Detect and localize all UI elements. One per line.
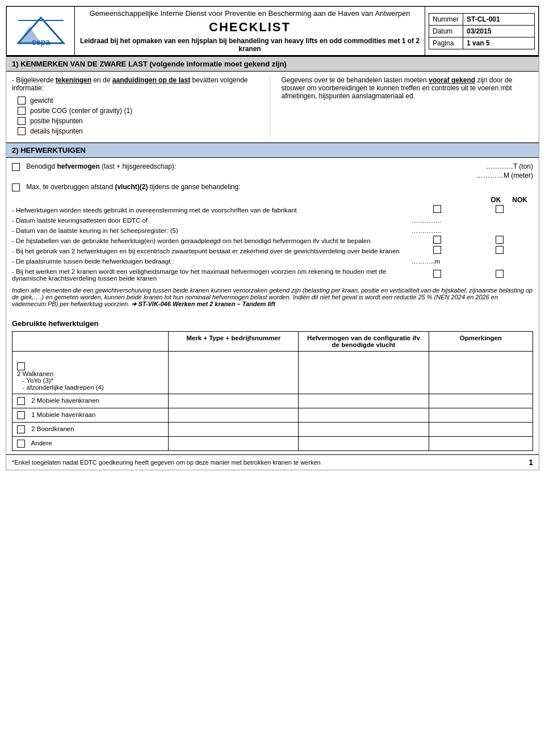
table-row: - Hefwerktuigen worden steeds gebruikt i… [12, 205, 533, 215]
col-header-label [12, 331, 169, 351]
section1-bullet-list: gewicht positie COG (center of gravity) … [18, 97, 264, 135]
row-val-5b [299, 436, 429, 450]
used-tools-table: Merk + Type + bedrijfsnummer Hefvermogen… [12, 331, 533, 451]
footer-note: *Enkel toegelaten nadat EDTC goedkeuring… [12, 459, 321, 466]
nummer-label: Nummer [429, 13, 463, 25]
bullet-gewicht: gewicht [30, 97, 53, 105]
row-text: - Bij het gebruik van 2 hefwerktuigen en… [12, 246, 408, 256]
vlucht-row: Max. te overbruggen afstand (vlucht)(2) … [12, 183, 533, 191]
header-table: cepa Gemeenschappelijke Interne Dienst v… [6, 6, 539, 56]
checkbox-nok-7[interactable] [496, 270, 504, 278]
table-row: - De plaatsruimte tussen beide hefwerktu… [12, 256, 533, 266]
table-row: 1 Mobiele havenkraan [12, 408, 533, 422]
used-tools-section: Gebruikte hefwerktuigen Merk + Type + be… [6, 316, 539, 454]
row-val-2a [169, 394, 299, 408]
section2-title: 2) HEFWERKTUIGEN [12, 146, 86, 154]
checkbox-boordkranen[interactable] [17, 425, 25, 433]
checkbox-ok-5[interactable] [433, 246, 441, 254]
checkbox-mobiel1[interactable] [17, 411, 25, 419]
footer: *Enkel toegelaten nadat EDTC goedkeuring… [6, 454, 539, 470]
table-row: - Bij het gebruik van 2 hefwerktuigen en… [12, 246, 533, 256]
pagina-label: Pagina [429, 37, 463, 49]
row-label-boordkranen: 2 Boordkranen [12, 422, 169, 436]
row-text: - Datum van de laatste keuring in het sc… [12, 225, 408, 236]
row-nok [471, 266, 533, 283]
section1-right: Gegevens over te de behandelen lasten mo… [276, 76, 534, 137]
header-title-cell: Gemeenschappelijke Interne Dienst voor P… [75, 7, 425, 56]
section2-header: 2) HEFWERKTUIGEN [6, 143, 539, 158]
checkbox-walkranen[interactable] [17, 362, 25, 370]
row-dots: ………….. [408, 215, 533, 225]
table-header-row: Merk + Type + bedrijfsnummer Hefvermogen… [12, 331, 533, 351]
ok-nok-header: OK NOK [12, 196, 533, 204]
checkbox-andere[interactable] [17, 440, 25, 448]
row-ok [408, 246, 471, 256]
row-val-3c [429, 408, 533, 422]
bullet-details: details hijspunten [30, 127, 83, 135]
checkbox-ok-7[interactable] [433, 270, 441, 278]
table-row: Andere [12, 436, 533, 450]
used-tools-title: Gebruikte hefwerktuigen [12, 319, 533, 328]
checkbox-mobiel2[interactable] [17, 397, 25, 405]
table-row: - Datum van de laatste keuring in het sc… [12, 225, 533, 236]
row-val-4c [429, 422, 533, 436]
checklist-title: CHECKLIST [78, 20, 421, 35]
checkbox-ok-4[interactable] [433, 236, 441, 244]
checkbox-details[interactable] [18, 127, 26, 135]
table-row: - De hijstabellen van de gebruikte hefwe… [12, 236, 533, 246]
col-header-merk: Merk + Type + bedrijfsnummer [169, 331, 299, 351]
ok-label: OK [491, 196, 501, 204]
table-row: - Datum laatste keuringsattesten door ED… [12, 215, 533, 225]
row-text: - Hefwerktuigen worden steeds gebruikt i… [12, 205, 408, 215]
row-text: - Bij het werken met 2 kranen wordt een … [12, 266, 408, 283]
checkbox-hijspunten[interactable] [18, 117, 26, 125]
row-val-3b [299, 408, 429, 422]
row-label-mobiel2: 2 Mobiele havenkranen [12, 394, 169, 408]
col-header-opmerkingen: Opmerkingen [429, 331, 533, 351]
section1-content: - Bijgeleverde tekeningen en de aanduidi… [6, 72, 539, 143]
row-label-andere: Andere [12, 436, 169, 450]
ton-meter-box: …………T (ton) …………M (meter) [465, 162, 533, 181]
checkbox-ok-1[interactable] [433, 205, 441, 213]
row-val-1c [429, 351, 533, 394]
row-val-1b [299, 351, 429, 394]
row-label-mobiel1: 1 Mobiele havenkraan [12, 408, 169, 422]
checkbox-gewicht[interactable] [18, 97, 26, 105]
bold-italic-link: ➜ ST-VIK-046 Werken met 2 kranen – Tande… [131, 300, 275, 307]
list-item: positie COG (center of gravity) (1) [18, 107, 264, 115]
row-val-5a [169, 436, 299, 450]
italic-block: Indien alle elementen die een gewichtver… [12, 287, 533, 308]
row-nok [471, 205, 533, 215]
checkbox-cog[interactable] [18, 107, 26, 115]
checkbox-nok-5[interactable] [496, 246, 504, 254]
datum-label: Datum [429, 25, 463, 37]
section1-header: 1) KENMERKEN VAN DE ZWARE LAST (volgende… [6, 56, 539, 72]
datum-value: 03/2015 [463, 25, 535, 37]
row-label-walkranen: 2 Walkranen - YoYo (3)* - afzonderlijke … [12, 351, 169, 394]
hefvermogen-row: Benodigd hefvermogen (last + hijsgereeds… [12, 162, 533, 181]
page-number: 1 [529, 458, 533, 467]
bullet-cog: positie COG (center of gravity) (1) [30, 107, 132, 115]
row-val-4a [169, 422, 299, 436]
section1-left-intro: - Bijgeleverde tekeningen en de aanduidi… [12, 76, 264, 92]
section2-rows-table: - Hefwerktuigen worden steeds gebruikt i… [12, 205, 533, 283]
list-item: gewicht [18, 97, 264, 105]
checkbox-vlucht[interactable] [12, 183, 20, 191]
meter-label: …………M (meter) [465, 172, 533, 179]
bullet-hijspunten: positie hijspunten [30, 117, 83, 125]
checkbox-nok-4[interactable] [496, 236, 504, 244]
meta-table: Nummer ST-CL-001 Datum 03/2015 Pagina 1 … [429, 13, 535, 49]
checkbox-nok-1[interactable] [496, 205, 504, 213]
org-name: Gemeenschappelijke Interne Dienst voor P… [78, 9, 421, 18]
cepa-logo: cepa [15, 15, 66, 46]
checkbox-hefvermogen[interactable] [12, 163, 20, 171]
row-text: - De hijstabellen van de gebruikte hefwe… [12, 236, 408, 246]
svg-text:cepa: cepa [32, 37, 50, 46]
row-dots: ………..m [408, 256, 533, 266]
nok-label: NOK [512, 196, 527, 204]
row-val-1a [169, 351, 299, 394]
section1-title: 1) KENMERKEN VAN DE ZWARE LAST (volgende… [12, 60, 287, 68]
row-val-3a [169, 408, 299, 422]
row-val-5c [429, 436, 533, 450]
page: cepa Gemeenschappelijke Interne Dienst v… [6, 6, 539, 470]
